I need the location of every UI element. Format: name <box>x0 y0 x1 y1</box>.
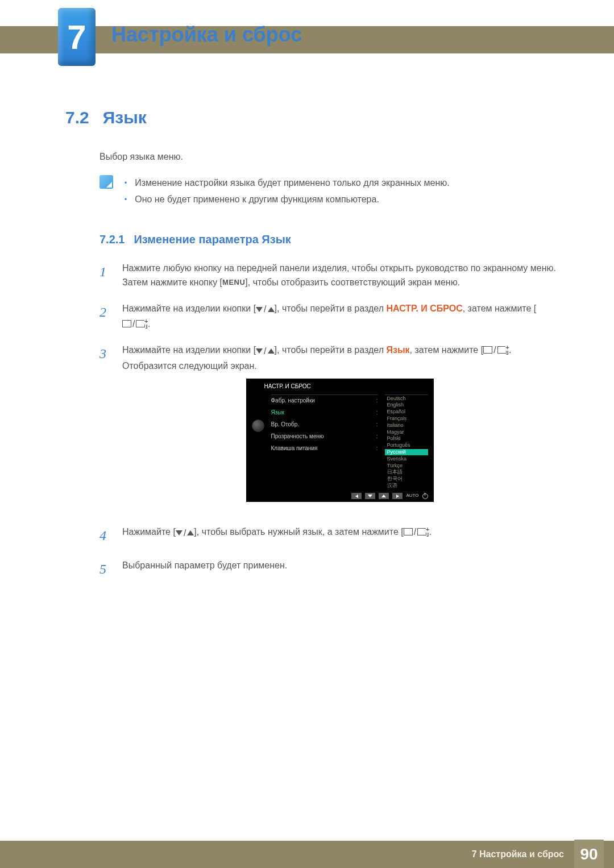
osd-language-item: 日本語 <box>385 469 428 476</box>
rect-icon <box>122 320 131 327</box>
rect-plus-icon <box>136 320 145 327</box>
osd-nav-left-icon <box>351 493 362 499</box>
osd-title: НАСТР. И СБРОС <box>264 382 428 391</box>
rect-plus-icon <box>497 346 507 354</box>
text: ], чтобы выбрать нужный язык, а затем на… <box>194 527 403 537</box>
osd-menu-item: Язык: <box>271 407 378 419</box>
osd-language-list: DeutschEnglishEspañolFrançaisItalianoMag… <box>385 394 428 489</box>
osd-menu-list: Фабр. настройки:Язык:Вр. Отобр.:Прозрачн… <box>271 394 378 455</box>
text: ], чтобы перейти в раздел <box>275 345 387 355</box>
step-text: Выбранный параметр будет применен. <box>122 558 287 580</box>
step-number: 1 <box>99 261 111 290</box>
triangle-up-icon <box>187 530 194 535</box>
subsection-number: 7.2.1 <box>99 233 125 246</box>
triangle-down-icon <box>176 530 182 535</box>
text: ], чтобы перейти в раздел <box>275 304 387 313</box>
triangle-up-icon <box>268 348 275 354</box>
step-text: Нажимайте [ / ], чтобы выбрать нужный яз… <box>122 525 432 546</box>
rect-icon <box>483 346 492 354</box>
note-item: Изменение настройки языка будет применен… <box>125 175 450 192</box>
osd-language-item: Polski <box>385 435 428 442</box>
osd-language-item: Русский <box>385 449 428 456</box>
osd-power-icon <box>422 493 428 499</box>
osd-menu-item: Вр. Отобр.: <box>271 419 378 431</box>
rect-plus-icon <box>417 528 426 535</box>
triangle-down-icon <box>256 348 263 354</box>
subsection-heading: 7.2.1 Изменение параметра Язык <box>99 233 557 246</box>
osd-language-item: Magyar <box>385 429 428 435</box>
step-5: 5 Выбранный параметр будет применен. <box>99 558 557 580</box>
down-up-icon: / <box>176 526 194 541</box>
step-text: Нажимайте на изделии кнопки [ / ], чтобы… <box>122 343 557 513</box>
page-content: 7.2 Язык Выбор языка меню. Изменение нас… <box>65 108 557 591</box>
enter-icon: / <box>404 525 426 539</box>
step-4: 4 Нажимайте [ / ], чтобы выбрать нужный … <box>99 525 557 546</box>
note-block: Изменение настройки языка будет применен… <box>99 175 557 208</box>
highlighted-section: НАСТР. И СБРОС <box>386 304 462 313</box>
page-number: 90 <box>574 840 604 868</box>
osd-nav-down-icon <box>365 493 375 499</box>
triangle-up-icon <box>268 307 275 312</box>
menu-key-label: MENU <box>222 278 245 286</box>
osd-menu-item: Фабр. настройки: <box>271 395 378 407</box>
step-text: Нажмите любую кнопку на передней панели … <box>122 261 557 290</box>
step-list: 1 Нажмите любую кнопку на передней панел… <box>99 261 557 580</box>
osd-language-item: Español <box>385 409 428 416</box>
rect-icon <box>404 528 413 535</box>
chapter-number-badge: 7 <box>58 8 96 66</box>
enter-icon: / <box>122 317 145 331</box>
step-2: 2 Нажимайте на изделии кнопки [ / ], что… <box>99 301 557 331</box>
osd-language-item: Français <box>385 416 428 422</box>
osd-screenshot: НАСТР. И СБРОС Фабр. настройки:Язык:Вр. … <box>246 379 434 502</box>
osd-menu-item: Прозрачность меню: <box>271 431 378 443</box>
section-heading: 7.2 Язык <box>65 108 557 127</box>
step-3: 3 Нажимайте на изделии кнопки [ / ], что… <box>99 343 557 513</box>
highlighted-section: Язык <box>386 345 409 355</box>
osd-footer: AUTO <box>252 492 428 501</box>
text: Нажимайте на изделии кнопки [ <box>122 304 256 313</box>
osd-nav-up-icon <box>379 493 389 499</box>
note-list: Изменение настройки языка будет применен… <box>125 175 450 208</box>
osd-dial-icon <box>252 420 264 432</box>
note-icon <box>99 175 113 189</box>
enter-icon: / <box>483 343 506 358</box>
text: Нажимайте на изделии кнопки [ <box>122 345 256 355</box>
osd-auto-label: AUTO <box>406 492 418 500</box>
osd-language-item: 한국어 <box>385 476 428 483</box>
down-up-icon: / <box>256 344 274 359</box>
text: Нажимайте [ <box>122 527 176 537</box>
osd-language-item: English <box>385 402 428 409</box>
step-1: 1 Нажмите любую кнопку на передней панел… <box>99 261 557 290</box>
text: ], чтобы отобразить соответствующий экра… <box>245 277 460 287</box>
step-number: 3 <box>99 343 111 513</box>
down-up-icon: / <box>256 302 274 317</box>
osd-language-item: 汉语 <box>385 483 428 489</box>
note-item: Оно не будет применено к другим функциям… <box>125 192 450 208</box>
osd-language-item: Svenska <box>385 455 428 462</box>
chapter-title: Настройка и сброс <box>111 23 302 47</box>
osd-language-item: Português <box>385 442 428 449</box>
step-number: 5 <box>99 558 111 580</box>
subsection-title: Изменение параметра Язык <box>134 233 291 246</box>
osd-nav-right-icon <box>392 493 403 499</box>
step-number: 4 <box>99 525 111 546</box>
step-text: Нажимайте на изделии кнопки [ / ], чтобы… <box>122 301 557 331</box>
footer-chapter-label: 7 Настройка и сброс <box>472 849 564 859</box>
text: , затем нажмите [ <box>463 304 537 313</box>
page-footer: 7 Настройка и сброс 90 <box>0 841 614 868</box>
section-number: 7.2 <box>65 108 89 127</box>
osd-language-item: Italiano <box>385 422 428 429</box>
section-intro: Выбор языка меню. <box>99 150 557 164</box>
osd-language-item: Türkçe <box>385 462 428 469</box>
triangle-down-icon <box>256 307 263 312</box>
section-title: Язык <box>103 108 147 127</box>
text: , затем нажмите [ <box>410 345 484 355</box>
step-number: 2 <box>99 301 111 331</box>
osd-language-item: Deutsch <box>385 395 428 402</box>
osd-menu-item: Клавиша питания: <box>271 443 378 455</box>
